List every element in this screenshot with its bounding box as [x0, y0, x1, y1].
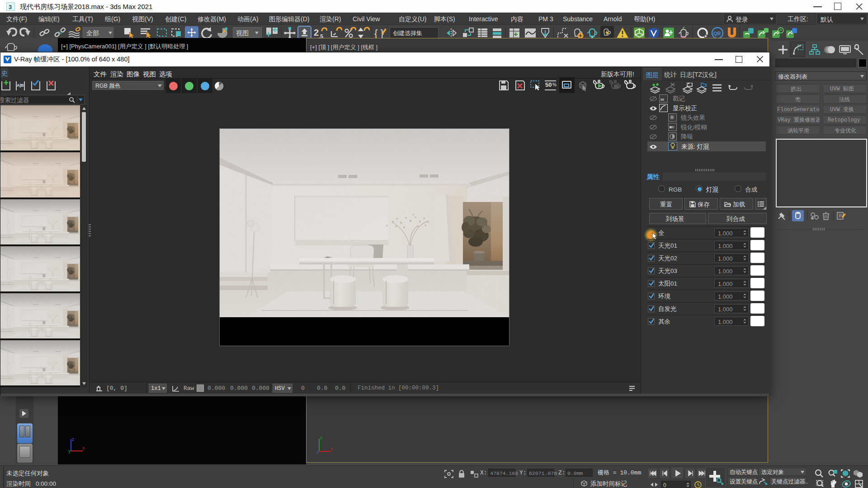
svg-text:z: z — [316, 450, 319, 454]
svg-text:QR: QR — [713, 31, 721, 36]
svg-text:y: y — [68, 449, 71, 454]
svg-text:x: x — [330, 446, 333, 451]
svg-text:x: x — [82, 446, 85, 450]
svg-text:y: y — [320, 435, 322, 440]
svg-text:z: z — [72, 437, 74, 442]
svg-text:2: 2 — [314, 28, 319, 38]
